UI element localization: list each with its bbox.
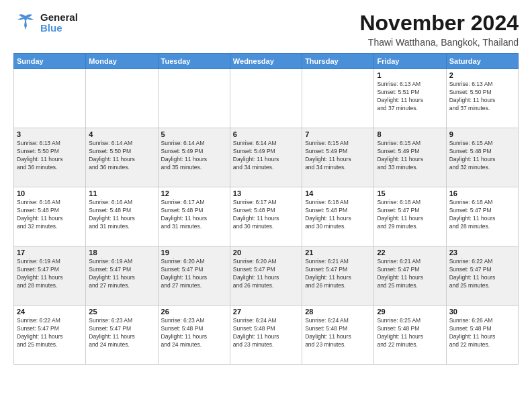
calendar-cell: 3Sunrise: 6:13 AM Sunset: 5:50 PM Daylig… (14, 128, 86, 187)
day-number: 25 (89, 308, 154, 316)
day-info: Sunrise: 6:18 AM Sunset: 5:47 PM Dayligh… (449, 199, 515, 231)
day-number: 26 (161, 308, 227, 316)
calendar-cell: 20Sunrise: 6:20 AM Sunset: 5:47 PM Dayli… (230, 246, 302, 306)
calendar-cell: 25Sunrise: 6:23 AM Sunset: 5:47 PM Dayli… (86, 306, 158, 365)
day-info: Sunrise: 6:13 AM Sunset: 5:50 PM Dayligh… (449, 81, 515, 113)
calendar-cell (86, 69, 158, 128)
calendar-cell: 18Sunrise: 6:19 AM Sunset: 5:47 PM Dayli… (86, 246, 158, 306)
day-info: Sunrise: 6:16 AM Sunset: 5:48 PM Dayligh… (17, 199, 83, 231)
day-info: Sunrise: 6:15 AM Sunset: 5:48 PM Dayligh… (449, 140, 515, 172)
calendar-cell: 28Sunrise: 6:24 AM Sunset: 5:48 PM Dayli… (302, 306, 374, 365)
day-number: 14 (305, 189, 371, 197)
day-info: Sunrise: 6:21 AM Sunset: 5:47 PM Dayligh… (377, 258, 443, 290)
month-title: November 2024 (359, 11, 519, 36)
title-block: November 2024 Thawi Watthana, Bangkok, T… (359, 11, 519, 48)
calendar-cell: 16Sunrise: 6:18 AM Sunset: 5:47 PM Dayli… (446, 187, 518, 246)
logo-icon (13, 11, 38, 35)
calendar-cell: 17Sunrise: 6:19 AM Sunset: 5:47 PM Dayli… (14, 246, 86, 306)
day-number: 7 (305, 130, 371, 138)
col-friday: Friday (374, 54, 446, 69)
location: Thawi Watthana, Bangkok, Thailand (359, 37, 519, 48)
day-info: Sunrise: 6:19 AM Sunset: 5:47 PM Dayligh… (17, 258, 83, 290)
calendar-week-2: 3Sunrise: 6:13 AM Sunset: 5:50 PM Daylig… (14, 128, 519, 187)
col-tuesday: Tuesday (158, 54, 230, 69)
col-saturday: Saturday (446, 54, 518, 69)
calendar-cell: 23Sunrise: 6:22 AM Sunset: 5:47 PM Dayli… (446, 246, 518, 306)
day-info: Sunrise: 6:14 AM Sunset: 5:49 PM Dayligh… (233, 140, 299, 172)
day-info: Sunrise: 6:19 AM Sunset: 5:47 PM Dayligh… (89, 258, 154, 290)
calendar-cell: 21Sunrise: 6:21 AM Sunset: 5:47 PM Dayli… (302, 246, 374, 306)
day-info: Sunrise: 6:15 AM Sunset: 5:49 PM Dayligh… (305, 140, 371, 172)
logo-name: General Blue (40, 12, 78, 34)
calendar-cell: 15Sunrise: 6:18 AM Sunset: 5:47 PM Dayli… (374, 187, 446, 246)
day-info: Sunrise: 6:17 AM Sunset: 5:48 PM Dayligh… (233, 199, 299, 231)
calendar-cell: 6Sunrise: 6:14 AM Sunset: 5:49 PM Daylig… (230, 128, 302, 187)
day-number: 29 (377, 308, 443, 316)
day-number: 10 (17, 189, 83, 197)
day-info: Sunrise: 6:23 AM Sunset: 5:47 PM Dayligh… (89, 317, 154, 349)
day-number: 19 (161, 248, 227, 257)
day-info: Sunrise: 6:18 AM Sunset: 5:47 PM Dayligh… (377, 199, 443, 231)
calendar-cell: 14Sunrise: 6:18 AM Sunset: 5:48 PM Dayli… (302, 187, 374, 246)
calendar-week-3: 10Sunrise: 6:16 AM Sunset: 5:48 PM Dayli… (14, 187, 519, 246)
calendar-cell: 2Sunrise: 6:13 AM Sunset: 5:50 PM Daylig… (446, 69, 518, 128)
day-info: Sunrise: 6:16 AM Sunset: 5:48 PM Dayligh… (89, 199, 154, 231)
day-info: Sunrise: 6:17 AM Sunset: 5:48 PM Dayligh… (161, 199, 227, 231)
calendar-cell (302, 69, 374, 128)
day-number: 24 (17, 308, 83, 316)
day-info: Sunrise: 6:21 AM Sunset: 5:47 PM Dayligh… (305, 258, 371, 290)
day-info: Sunrise: 6:18 AM Sunset: 5:48 PM Dayligh… (305, 199, 371, 231)
calendar-header-row: Sunday Monday Tuesday Wednesday Thursday… (14, 54, 519, 69)
day-info: Sunrise: 6:25 AM Sunset: 5:48 PM Dayligh… (377, 317, 443, 349)
day-number: 2 (449, 71, 515, 79)
calendar-cell: 8Sunrise: 6:15 AM Sunset: 5:49 PM Daylig… (374, 128, 446, 187)
day-number: 8 (377, 130, 443, 138)
calendar-cell: 19Sunrise: 6:20 AM Sunset: 5:47 PM Dayli… (158, 246, 230, 306)
day-number: 15 (377, 189, 443, 197)
day-number: 18 (89, 248, 154, 257)
calendar-cell: 27Sunrise: 6:24 AM Sunset: 5:48 PM Dayli… (230, 306, 302, 365)
day-info: Sunrise: 6:14 AM Sunset: 5:49 PM Dayligh… (161, 140, 227, 172)
day-info: Sunrise: 6:22 AM Sunset: 5:47 PM Dayligh… (17, 317, 83, 349)
day-number: 20 (233, 248, 299, 257)
day-info: Sunrise: 6:13 AM Sunset: 5:51 PM Dayligh… (377, 81, 443, 113)
calendar-cell: 4Sunrise: 6:14 AM Sunset: 5:50 PM Daylig… (86, 128, 158, 187)
calendar-cell (158, 69, 230, 128)
calendar-cell (14, 69, 86, 128)
calendar-cell: 26Sunrise: 6:23 AM Sunset: 5:48 PM Dayli… (158, 306, 230, 365)
day-info: Sunrise: 6:24 AM Sunset: 5:48 PM Dayligh… (233, 317, 299, 349)
day-number: 5 (161, 130, 227, 138)
day-number: 17 (17, 248, 83, 257)
header: General Blue November 2024 Thawi Watthan… (13, 11, 519, 48)
calendar-cell: 24Sunrise: 6:22 AM Sunset: 5:47 PM Dayli… (14, 306, 86, 365)
day-number: 11 (89, 189, 154, 197)
calendar-cell: 12Sunrise: 6:17 AM Sunset: 5:48 PM Dayli… (158, 187, 230, 246)
page: General Blue November 2024 Thawi Watthan… (0, 0, 532, 411)
day-info: Sunrise: 6:20 AM Sunset: 5:47 PM Dayligh… (161, 258, 227, 290)
logo-blue-text: Blue (40, 23, 78, 34)
day-number: 21 (305, 248, 371, 257)
calendar-cell: 7Sunrise: 6:15 AM Sunset: 5:49 PM Daylig… (302, 128, 374, 187)
day-info: Sunrise: 6:26 AM Sunset: 5:48 PM Dayligh… (449, 317, 515, 349)
day-number: 12 (161, 189, 227, 197)
day-number: 6 (233, 130, 299, 138)
calendar-cell: 11Sunrise: 6:16 AM Sunset: 5:48 PM Dayli… (86, 187, 158, 246)
col-sunday: Sunday (14, 54, 86, 69)
calendar-cell: 29Sunrise: 6:25 AM Sunset: 5:48 PM Dayli… (374, 306, 446, 365)
calendar-week-4: 17Sunrise: 6:19 AM Sunset: 5:47 PM Dayli… (14, 246, 519, 306)
day-number: 30 (449, 308, 515, 316)
day-number: 9 (449, 130, 515, 138)
calendar: Sunday Monday Tuesday Wednesday Thursday… (13, 53, 519, 365)
col-thursday: Thursday (302, 54, 374, 69)
day-number: 4 (89, 130, 154, 138)
calendar-cell (230, 69, 302, 128)
logo-general-text: General (40, 12, 78, 24)
day-number: 22 (377, 248, 443, 257)
calendar-cell: 10Sunrise: 6:16 AM Sunset: 5:48 PM Dayli… (14, 187, 86, 246)
day-info: Sunrise: 6:22 AM Sunset: 5:47 PM Dayligh… (449, 258, 515, 290)
day-number: 3 (17, 130, 83, 138)
day-info: Sunrise: 6:15 AM Sunset: 5:49 PM Dayligh… (377, 140, 443, 172)
calendar-cell: 9Sunrise: 6:15 AM Sunset: 5:48 PM Daylig… (446, 128, 518, 187)
calendar-cell: 22Sunrise: 6:21 AM Sunset: 5:47 PM Dayli… (374, 246, 446, 306)
day-number: 1 (377, 71, 443, 79)
